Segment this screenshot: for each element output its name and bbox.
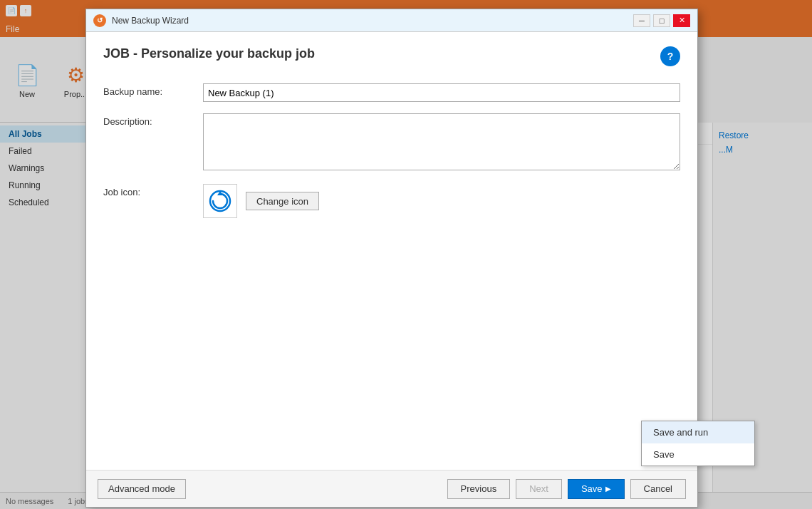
job-icon-control: Change icon	[203, 184, 680, 218]
description-control	[203, 113, 680, 173]
icon-row: Change icon	[203, 184, 680, 218]
save-btn-group: Save ▶	[568, 479, 625, 499]
save-dropdown-menu: Save and run Save	[641, 421, 755, 466]
description-input[interactable]	[203, 113, 680, 170]
modal-close-btn[interactable]: ✕	[673, 14, 690, 27]
job-icon-label: Job icon:	[103, 184, 203, 197]
save-label: Save	[581, 483, 603, 494]
save-button[interactable]: Save ▶	[568, 479, 625, 499]
modal-title-icon: ↺	[93, 14, 106, 27]
modal-minimize-btn[interactable]: ─	[633, 14, 650, 27]
modal-dialog: ↺ New Backup Wizard ─ □ ✕ JOB - Personal…	[85, 9, 698, 508]
backup-name-control	[203, 83, 680, 102]
modal-title-text: New Backup Wizard	[112, 16, 628, 26]
job-icon-svg	[207, 188, 233, 214]
footer-right: Previous Next Save ▶ Cancel	[447, 479, 686, 499]
modal-header-row: JOB - Personalize your backup job ?	[103, 46, 680, 66]
description-row: Description:	[103, 113, 680, 173]
cancel-button[interactable]: Cancel	[630, 479, 686, 499]
job-icon-row: Job icon: Change icon	[103, 184, 680, 218]
description-label: Description:	[103, 113, 203, 127]
modal-heading: JOB - Personalize your backup job	[103, 46, 315, 61]
backup-name-input[interactable]	[203, 83, 680, 102]
modal-body: JOB - Personalize your backup job ? Back…	[86, 32, 697, 470]
change-icon-button[interactable]: Change icon	[246, 192, 319, 210]
backup-name-label: Backup name:	[103, 83, 203, 97]
footer-left: Advanced mode	[98, 479, 186, 499]
previous-button[interactable]: Previous	[447, 479, 511, 499]
modal-titlebar: ↺ New Backup Wizard ─ □ ✕	[86, 9, 697, 32]
next-button[interactable]: Next	[516, 479, 562, 499]
help-button[interactable]: ?	[660, 46, 680, 66]
modal-win-buttons: ─ □ ✕	[633, 14, 690, 27]
job-icon-box	[203, 184, 237, 218]
advanced-mode-button[interactable]: Advanced mode	[98, 479, 186, 499]
dropdown-save-and-run[interactable]: Save and run	[642, 421, 754, 443]
modal-footer: Advanced mode Previous Next Save ▶ Cance…	[86, 470, 697, 507]
modal-maximize-btn[interactable]: □	[653, 14, 670, 27]
backup-name-row: Backup name:	[103, 83, 680, 102]
dropdown-save[interactable]: Save	[642, 443, 754, 466]
save-arrow-icon: ▶	[605, 485, 611, 493]
